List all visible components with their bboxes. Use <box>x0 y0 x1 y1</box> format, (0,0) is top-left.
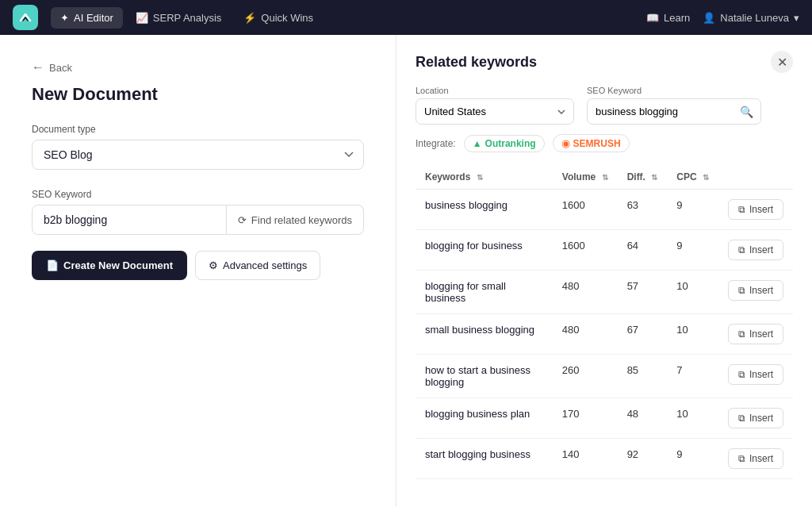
logo[interactable] <box>13 5 38 30</box>
main-layout: ← Back New Document Document type SEO Bl… <box>0 35 812 507</box>
copy-icon: ⧉ <box>738 285 745 296</box>
table-row: blogging for small business 480 57 10 ⧉ … <box>416 271 793 314</box>
cpc-cell: 10 <box>667 314 718 355</box>
cpc-cell: 9 <box>667 230 718 271</box>
nav-right: 📖 Learn 👤 Natalie Luneva ▾ <box>646 12 799 24</box>
table-row: small business blogging 480 67 10 ⧉ Inse… <box>416 314 793 355</box>
insert-button[interactable]: ⧉ Insert <box>728 364 783 385</box>
col-diff[interactable]: Diff. ⇅ <box>618 165 668 190</box>
diff-sort-icon: ⇅ <box>651 173 657 182</box>
cpc-sort-icon: ⇅ <box>703 173 709 182</box>
table-row: blogging for business 1600 64 9 ⧉ Insert <box>416 230 793 271</box>
diff-cell: 63 <box>618 190 668 230</box>
keywords-sort-icon: ⇅ <box>477 173 483 182</box>
outranking-icon: ▲ <box>473 138 482 149</box>
nav-tab-quick-wins[interactable]: ⚡ Quick Wins <box>234 7 323 29</box>
col-keywords[interactable]: Keywords ⇅ <box>416 165 553 190</box>
integrate-label: Integrate: <box>416 138 456 149</box>
actions-row: 📄 Create New Document ⚙ Advanced setting… <box>32 251 364 280</box>
find-related-keywords-button[interactable]: ⟳ Find related keywords <box>227 205 364 235</box>
create-btn-label: Create New Document <box>63 259 173 271</box>
col-diff-label: Diff. <box>627 171 645 182</box>
insert-label: Insert <box>749 369 773 380</box>
diff-cell: 64 <box>618 230 668 271</box>
col-keywords-label: Keywords <box>425 171 470 182</box>
nav-tabs: ✦ AI Editor 📈 SERP Analysis ⚡ Quick Wins <box>51 7 323 29</box>
location-select[interactable]: United States United Kingdom Canada Aust… <box>416 98 574 125</box>
volume-cell: 1600 <box>553 190 618 230</box>
learn-button[interactable]: 📖 Learn <box>646 12 690 24</box>
col-action <box>718 165 793 190</box>
cpc-cell: 9 <box>667 190 718 230</box>
advanced-settings-label: Advanced settings <box>223 259 307 271</box>
volume-sort-icon: ⇅ <box>602 173 608 182</box>
insert-button[interactable]: ⧉ Insert <box>728 240 783 260</box>
nav-tab-serp-label: SERP Analysis <box>153 12 221 24</box>
insert-label: Insert <box>749 285 773 296</box>
insert-button[interactable]: ⧉ Insert <box>728 408 783 428</box>
cpc-cell: 10 <box>667 398 718 439</box>
col-volume[interactable]: Volume ⇅ <box>553 165 618 190</box>
nav-tab-ai-editor[interactable]: ✦ AI Editor <box>51 7 123 29</box>
doc-type-field: Document type SEO Blog Article Landing P… <box>32 124 364 170</box>
back-link[interactable]: ← Back <box>32 60 364 75</box>
nav-tab-serp-analysis[interactable]: 📈 SERP Analysis <box>126 7 231 29</box>
rk-search-input[interactable] <box>587 98 761 125</box>
seo-keyword-input[interactable] <box>32 205 227 235</box>
serp-analysis-icon: 📈 <box>136 12 148 24</box>
book-icon: 📖 <box>646 12 659 24</box>
keyword-cell: start blogging business <box>416 439 553 479</box>
diff-cell: 57 <box>618 271 668 314</box>
semrush-integration-button[interactable]: ◉ SEMRUSH <box>553 134 630 152</box>
insert-button[interactable]: ⧉ Insert <box>728 448 783 469</box>
volume-cell: 1600 <box>553 230 618 271</box>
advanced-settings-button[interactable]: ⚙ Advanced settings <box>195 251 320 280</box>
cpc-cell: 9 <box>667 439 718 479</box>
rk-header: Related keywords ✕ <box>416 51 793 73</box>
col-cpc[interactable]: CPC ⇅ <box>667 165 718 190</box>
copy-icon: ⧉ <box>738 369 745 380</box>
insert-cell: ⧉ Insert <box>718 271 793 314</box>
volume-cell: 480 <box>553 271 618 314</box>
keyword-row: ⟳ Find related keywords <box>32 205 364 235</box>
insert-label: Insert <box>749 328 773 340</box>
diff-cell: 92 <box>618 439 668 479</box>
table-row: start blogging business 140 92 9 ⧉ Inser… <box>416 439 793 479</box>
col-volume-label: Volume <box>562 171 596 182</box>
find-related-label: Find related keywords <box>251 214 352 226</box>
diff-cell: 85 <box>618 355 668 398</box>
insert-label: Insert <box>749 453 773 464</box>
volume-cell: 140 <box>553 439 618 479</box>
left-panel: ← Back New Document Document type SEO Bl… <box>0 35 396 507</box>
rk-search-wrap: 🔍 <box>587 98 761 125</box>
copy-icon: ⧉ <box>738 204 745 215</box>
keyword-cell: business blogging <box>416 190 553 230</box>
insert-button[interactable]: ⧉ Insert <box>728 199 783 220</box>
doc-type-select[interactable]: SEO Blog Article Landing Page Product De… <box>32 140 364 170</box>
rk-keyword-label: SEO Keyword <box>587 86 761 95</box>
close-button[interactable]: ✕ <box>771 51 793 73</box>
semrush-icon: ◉ <box>561 137 570 149</box>
create-new-document-button[interactable]: 📄 Create New Document <box>32 251 187 280</box>
close-icon: ✕ <box>777 55 787 70</box>
doc-icon: 📄 <box>46 259 59 271</box>
keyword-cell: blogging for business <box>416 230 553 271</box>
insert-cell: ⧉ Insert <box>718 230 793 271</box>
insert-button[interactable]: ⧉ Insert <box>728 280 783 301</box>
quick-wins-icon: ⚡ <box>243 12 256 24</box>
doc-type-label: Document type <box>32 124 364 135</box>
user-menu-button[interactable]: 👤 Natalie Luneva ▾ <box>703 12 799 24</box>
location-field: Location United States United Kingdom Ca… <box>416 86 574 125</box>
insert-cell: ⧉ Insert <box>718 355 793 398</box>
outranking-integration-button[interactable]: ▲ Outranking <box>464 135 545 152</box>
keyword-cell: small business blogging <box>416 314 553 355</box>
keyword-cell: blogging business plan <box>416 398 553 439</box>
insert-label: Insert <box>749 204 773 215</box>
insert-cell: ⧉ Insert <box>718 314 793 355</box>
diff-cell: 67 <box>618 314 668 355</box>
insert-button[interactable]: ⧉ Insert <box>728 324 783 344</box>
back-arrow-icon: ← <box>32 60 44 75</box>
rk-controls: Location United States United Kingdom Ca… <box>416 86 793 125</box>
nav-tab-quick-wins-label: Quick Wins <box>261 12 313 24</box>
copy-icon: ⧉ <box>738 328 745 340</box>
